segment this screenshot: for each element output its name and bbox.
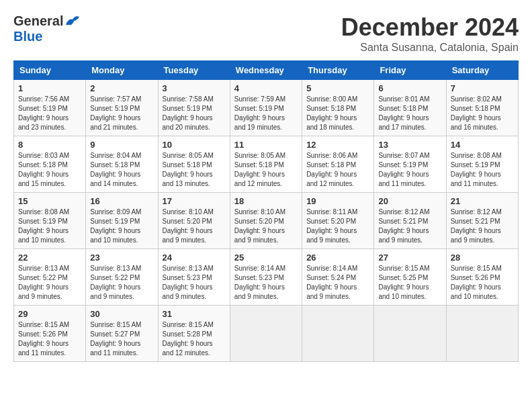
calendar-header: Sunday Monday Tuesday Wednesday Thursday…: [14, 61, 519, 80]
calendar-cell-w5d1: 29Sunrise: 8:15 AM Sunset: 5:26 PM Dayli…: [14, 306, 86, 362]
day-number: 17: [163, 196, 226, 206]
logo-bird-icon: [64, 15, 79, 28]
col-friday: Friday: [374, 61, 446, 80]
header-row: Sunday Monday Tuesday Wednesday Thursday…: [14, 61, 519, 80]
day-info: Sunrise: 8:08 AM Sunset: 5:19 PM Dayligh…: [18, 208, 81, 245]
day-number: 10: [163, 140, 226, 150]
calendar-week-3: 15Sunrise: 8:08 AM Sunset: 5:19 PM Dayli…: [14, 193, 519, 249]
calendar-cell-w3d5: 19Sunrise: 8:11 AM Sunset: 5:20 PM Dayli…: [302, 193, 374, 249]
day-number: 9: [90, 140, 153, 150]
calendar-week-5: 29Sunrise: 8:15 AM Sunset: 5:26 PM Dayli…: [14, 306, 519, 362]
calendar-cell-w3d6: 20Sunrise: 8:12 AM Sunset: 5:21 PM Dayli…: [374, 193, 446, 249]
calendar-cell-w4d6: 27Sunrise: 8:15 AM Sunset: 5:25 PM Dayli…: [374, 249, 446, 306]
day-info: Sunrise: 8:11 AM Sunset: 5:20 PM Dayligh…: [306, 208, 369, 245]
logo-name: General Blue: [13, 13, 79, 44]
day-info: Sunrise: 8:10 AM Sunset: 5:20 PM Dayligh…: [234, 208, 298, 245]
day-info: Sunrise: 8:13 AM Sunset: 5:22 PM Dayligh…: [90, 264, 153, 302]
col-monday: Monday: [86, 61, 158, 80]
day-number: 20: [378, 196, 441, 206]
day-info: Sunrise: 8:10 AM Sunset: 5:20 PM Dayligh…: [163, 208, 226, 245]
calendar-cell-w5d2: 30Sunrise: 8:15 AM Sunset: 5:27 PM Dayli…: [86, 306, 158, 362]
page-subtitle: Santa Susanna, Catalonia, Spain: [341, 42, 519, 54]
day-number: 28: [451, 253, 514, 263]
calendar-week-2: 8Sunrise: 8:03 AM Sunset: 5:18 PM Daylig…: [14, 136, 519, 193]
calendar-cell-w1d2: 2Sunrise: 7:57 AM Sunset: 5:19 PM Daylig…: [86, 80, 158, 136]
day-info: Sunrise: 8:12 AM Sunset: 5:21 PM Dayligh…: [451, 208, 514, 245]
col-wednesday: Wednesday: [230, 61, 302, 80]
calendar-cell-w1d1: 1Sunrise: 7:56 AM Sunset: 5:19 PM Daylig…: [14, 80, 86, 136]
logo-blue-text: Blue: [13, 29, 79, 44]
calendar-cell-w2d5: 12Sunrise: 8:06 AM Sunset: 5:18 PM Dayli…: [302, 136, 374, 193]
day-number: 22: [18, 253, 81, 263]
col-tuesday: Tuesday: [158, 61, 230, 80]
day-number: 4: [234, 83, 298, 93]
day-info: Sunrise: 8:06 AM Sunset: 5:18 PM Dayligh…: [306, 151, 369, 189]
day-info: Sunrise: 8:03 AM Sunset: 5:18 PM Dayligh…: [18, 151, 81, 189]
day-info: Sunrise: 8:09 AM Sunset: 5:19 PM Dayligh…: [90, 208, 153, 245]
day-number: 2: [90, 83, 153, 93]
calendar-cell-w5d3: 31Sunrise: 8:15 AM Sunset: 5:28 PM Dayli…: [158, 306, 230, 362]
calendar-cell-w3d1: 15Sunrise: 8:08 AM Sunset: 5:19 PM Dayli…: [14, 193, 86, 249]
day-number: 24: [163, 253, 226, 263]
day-number: 15: [18, 196, 81, 206]
day-info: Sunrise: 8:08 AM Sunset: 5:19 PM Dayligh…: [451, 151, 514, 189]
day-number: 27: [378, 253, 441, 263]
calendar-cell-w5d5: [302, 306, 374, 362]
day-number: 13: [378, 140, 441, 150]
calendar-table: Sunday Monday Tuesday Wednesday Thursday…: [13, 60, 519, 362]
day-number: 31: [163, 309, 226, 319]
calendar-cell-w3d2: 16Sunrise: 8:09 AM Sunset: 5:19 PM Dayli…: [86, 193, 158, 249]
col-sunday: Sunday: [14, 61, 86, 80]
day-number: 6: [378, 83, 441, 93]
col-thursday: Thursday: [302, 61, 374, 80]
day-number: 19: [306, 196, 369, 206]
calendar-cell-w2d1: 8Sunrise: 8:03 AM Sunset: 5:18 PM Daylig…: [14, 136, 86, 193]
calendar-week-4: 22Sunrise: 8:13 AM Sunset: 5:22 PM Dayli…: [14, 249, 519, 306]
day-info: Sunrise: 8:07 AM Sunset: 5:19 PM Dayligh…: [378, 151, 441, 189]
calendar-cell-w2d7: 14Sunrise: 8:08 AM Sunset: 5:19 PM Dayli…: [446, 136, 518, 193]
day-info: Sunrise: 8:14 AM Sunset: 5:24 PM Dayligh…: [306, 264, 369, 302]
day-info: Sunrise: 8:01 AM Sunset: 5:18 PM Dayligh…: [378, 95, 441, 132]
day-info: Sunrise: 7:56 AM Sunset: 5:19 PM Dayligh…: [18, 95, 81, 132]
day-info: Sunrise: 8:12 AM Sunset: 5:21 PM Dayligh…: [378, 208, 441, 245]
day-info: Sunrise: 8:15 AM Sunset: 5:25 PM Dayligh…: [378, 264, 441, 302]
calendar-cell-w2d2: 9Sunrise: 8:04 AM Sunset: 5:18 PM Daylig…: [86, 136, 158, 193]
title-block: December 2024 Santa Susanna, Catalonia, …: [341, 13, 519, 54]
logo: General Blue: [13, 13, 79, 44]
calendar-cell-w1d3: 3Sunrise: 7:58 AM Sunset: 5:19 PM Daylig…: [158, 80, 230, 136]
day-number: 23: [90, 253, 153, 263]
day-number: 18: [234, 196, 298, 206]
page-title: December 2024: [341, 13, 519, 42]
day-info: Sunrise: 8:00 AM Sunset: 5:18 PM Dayligh…: [306, 95, 369, 132]
day-info: Sunrise: 8:15 AM Sunset: 5:27 PM Dayligh…: [90, 320, 153, 358]
day-info: Sunrise: 8:15 AM Sunset: 5:26 PM Dayligh…: [18, 320, 81, 358]
logo-general-text: General: [13, 13, 63, 29]
calendar-cell-w1d7: 7Sunrise: 8:02 AM Sunset: 5:18 PM Daylig…: [446, 80, 518, 136]
day-number: 1: [18, 83, 81, 93]
calendar-cell-w5d7: [446, 306, 518, 362]
day-info: Sunrise: 8:05 AM Sunset: 5:18 PM Dayligh…: [234, 151, 298, 189]
day-info: Sunrise: 8:14 AM Sunset: 5:23 PM Dayligh…: [234, 264, 298, 302]
calendar-cell-w2d6: 13Sunrise: 8:07 AM Sunset: 5:19 PM Dayli…: [374, 136, 446, 193]
day-number: 14: [451, 140, 514, 150]
page-header: General Blue December 2024 Santa Susanna…: [13, 13, 519, 54]
day-info: Sunrise: 7:59 AM Sunset: 5:19 PM Dayligh…: [234, 95, 298, 132]
calendar-cell-w4d7: 28Sunrise: 8:15 AM Sunset: 5:26 PM Dayli…: [446, 249, 518, 306]
calendar-cell-w1d4: 4Sunrise: 7:59 AM Sunset: 5:19 PM Daylig…: [230, 80, 302, 136]
day-number: 12: [306, 140, 369, 150]
day-info: Sunrise: 7:57 AM Sunset: 5:19 PM Dayligh…: [90, 95, 153, 132]
day-info: Sunrise: 8:15 AM Sunset: 5:26 PM Dayligh…: [451, 264, 514, 302]
day-info: Sunrise: 8:04 AM Sunset: 5:18 PM Dayligh…: [90, 151, 153, 189]
day-number: 21: [451, 196, 514, 206]
day-info: Sunrise: 8:13 AM Sunset: 5:23 PM Dayligh…: [163, 264, 226, 302]
day-info: Sunrise: 8:15 AM Sunset: 5:28 PM Dayligh…: [163, 320, 226, 358]
day-number: 5: [306, 83, 369, 93]
day-number: 3: [163, 83, 226, 93]
calendar-cell-w4d4: 25Sunrise: 8:14 AM Sunset: 5:23 PM Dayli…: [230, 249, 302, 306]
day-info: Sunrise: 8:02 AM Sunset: 5:18 PM Dayligh…: [451, 95, 514, 132]
day-number: 30: [90, 309, 153, 319]
day-info: Sunrise: 8:05 AM Sunset: 5:18 PM Dayligh…: [163, 151, 226, 189]
calendar-cell-w4d2: 23Sunrise: 8:13 AM Sunset: 5:22 PM Dayli…: [86, 249, 158, 306]
day-number: 11: [234, 140, 298, 150]
day-number: 29: [18, 309, 81, 319]
